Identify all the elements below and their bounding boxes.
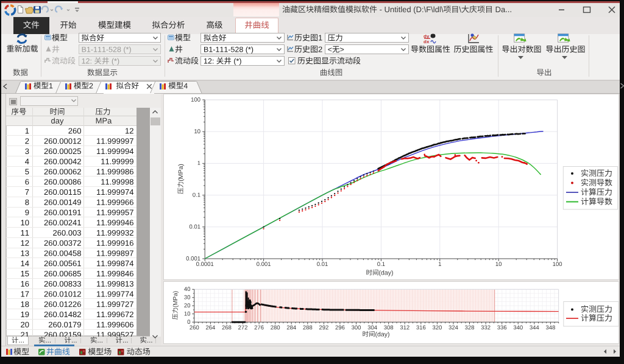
svg-text:dx: dx — [424, 39, 430, 44]
